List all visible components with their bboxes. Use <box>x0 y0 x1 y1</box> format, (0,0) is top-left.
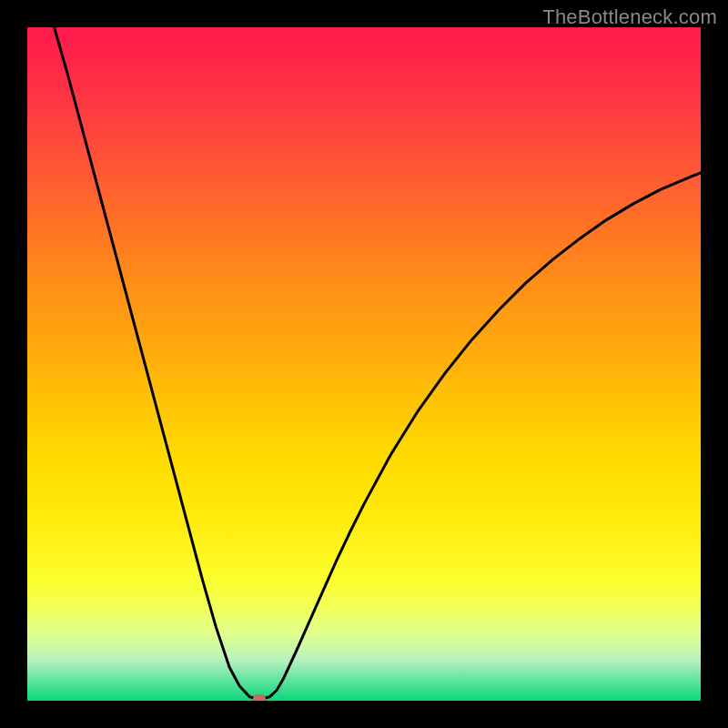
plot-area <box>27 27 701 701</box>
bottleneck-curve <box>55 27 701 699</box>
curve-svg <box>27 27 701 701</box>
watermark-text: TheBottleneck.com <box>542 5 717 29</box>
marker-dot <box>253 694 266 701</box>
chart-frame: TheBottleneck.com <box>0 0 728 728</box>
